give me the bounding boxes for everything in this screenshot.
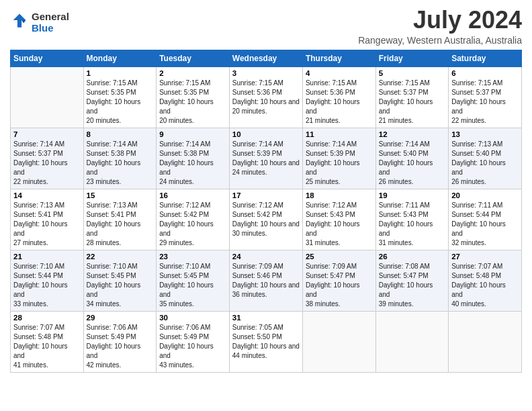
day-info: Sunrise: 7:14 AMSunset: 5:38 PMDaylight:… <box>87 140 154 187</box>
day-info: Sunrise: 7:13 AMSunset: 5:41 PMDaylight:… <box>87 201 154 248</box>
day-info: Sunrise: 7:12 AMSunset: 5:42 PMDaylight:… <box>232 201 300 238</box>
day-info: Sunrise: 7:15 AMSunset: 5:36 PMDaylight:… <box>306 79 373 126</box>
day-number: 30 <box>159 314 226 322</box>
day-info: Sunrise: 7:14 AMSunset: 5:40 PMDaylight:… <box>379 140 445 187</box>
calendar-cell <box>449 311 522 372</box>
calendar-cell: 21Sunrise: 7:10 AMSunset: 5:44 PMDayligh… <box>11 250 84 311</box>
day-info: Sunrise: 7:15 AMSunset: 5:35 PMDaylight:… <box>87 79 154 126</box>
calendar-cell: 15Sunrise: 7:13 AMSunset: 5:41 PMDayligh… <box>83 189 157 250</box>
day-number: 4 <box>306 69 373 77</box>
calendar-cell: 20Sunrise: 7:11 AMSunset: 5:44 PMDayligh… <box>449 189 522 250</box>
calendar-header-wednesday: Wednesday <box>229 50 302 66</box>
calendar-table: SundayMondayTuesdayWednesdayThursdayFrid… <box>10 50 522 373</box>
calendar-cell: 18Sunrise: 7:12 AMSunset: 5:43 PMDayligh… <box>302 189 375 250</box>
day-info: Sunrise: 7:10 AMSunset: 5:45 PMDaylight:… <box>87 262 154 309</box>
calendar-cell: 17Sunrise: 7:12 AMSunset: 5:42 PMDayligh… <box>229 189 302 250</box>
calendar-header-tuesday: Tuesday <box>157 50 230 66</box>
logo-text: General Blue <box>32 11 69 34</box>
day-number: 21 <box>13 253 81 261</box>
calendar-cell: 3Sunrise: 7:15 AMSunset: 5:36 PMDaylight… <box>229 66 302 128</box>
calendar-cell: 29Sunrise: 7:06 AMSunset: 5:49 PMDayligh… <box>83 311 157 372</box>
day-info: Sunrise: 7:13 AMSunset: 5:41 PMDaylight:… <box>13 201 81 248</box>
day-info: Sunrise: 7:06 AMSunset: 5:49 PMDaylight:… <box>87 323 154 370</box>
day-number: 16 <box>159 191 226 199</box>
day-number: 29 <box>87 314 154 322</box>
logo-general: General <box>32 11 69 22</box>
calendar-cell <box>11 66 84 128</box>
calendar-cell: 27Sunrise: 7:07 AMSunset: 5:48 PMDayligh… <box>449 250 522 311</box>
day-info: Sunrise: 7:05 AMSunset: 5:50 PMDaylight:… <box>232 323 300 361</box>
calendar-cell: 14Sunrise: 7:13 AMSunset: 5:41 PMDayligh… <box>11 189 84 250</box>
calendar-cell: 26Sunrise: 7:08 AMSunset: 5:47 PMDayligh… <box>375 250 448 311</box>
day-number: 31 <box>232 314 300 322</box>
day-number: 27 <box>451 253 519 261</box>
calendar-cell: 6Sunrise: 7:15 AMSunset: 5:37 PMDaylight… <box>449 66 522 128</box>
day-info: Sunrise: 7:07 AMSunset: 5:48 PMDaylight:… <box>13 323 81 370</box>
day-info: Sunrise: 7:15 AMSunset: 5:37 PMDaylight:… <box>379 79 445 126</box>
calendar-header-sunday: Sunday <box>11 50 84 66</box>
day-info: Sunrise: 7:10 AMSunset: 5:44 PMDaylight:… <box>13 262 81 309</box>
calendar-cell: 8Sunrise: 7:14 AMSunset: 5:38 PMDaylight… <box>83 128 157 189</box>
calendar-cell: 11Sunrise: 7:14 AMSunset: 5:39 PMDayligh… <box>302 128 375 189</box>
calendar-header-saturday: Saturday <box>449 50 522 66</box>
month-title: July 2024 <box>358 7 522 34</box>
calendar-week-1: 1Sunrise: 7:15 AMSunset: 5:35 PMDaylight… <box>11 66 522 128</box>
day-number: 1 <box>87 69 154 77</box>
day-info: Sunrise: 7:12 AMSunset: 5:42 PMDaylight:… <box>159 201 226 248</box>
calendar-cell <box>302 311 375 372</box>
day-number: 7 <box>13 130 81 138</box>
day-number: 13 <box>451 130 519 138</box>
day-number: 12 <box>379 130 445 138</box>
day-info: Sunrise: 7:14 AMSunset: 5:39 PMDaylight:… <box>232 140 300 177</box>
title-block: July 2024 Rangeway, Western Australia, A… <box>358 7 522 46</box>
day-number: 20 <box>451 191 519 199</box>
calendar-cell: 31Sunrise: 7:05 AMSunset: 5:50 PMDayligh… <box>229 311 302 372</box>
calendar-header-row: SundayMondayTuesdayWednesdayThursdayFrid… <box>11 50 522 66</box>
day-number: 10 <box>232 130 300 138</box>
location-text: Rangeway, Western Australia, Australia <box>358 35 522 46</box>
day-info: Sunrise: 7:11 AMSunset: 5:43 PMDaylight:… <box>379 201 445 248</box>
day-number: 19 <box>379 191 445 199</box>
day-number: 2 <box>159 69 226 77</box>
calendar-cell: 2Sunrise: 7:15 AMSunset: 5:35 PMDaylight… <box>157 66 230 128</box>
day-info: Sunrise: 7:09 AMSunset: 5:46 PMDaylight:… <box>232 262 300 300</box>
calendar-week-5: 28Sunrise: 7:07 AMSunset: 5:48 PMDayligh… <box>11 311 522 372</box>
day-info: Sunrise: 7:13 AMSunset: 5:40 PMDaylight:… <box>451 140 519 187</box>
calendar-cell: 25Sunrise: 7:09 AMSunset: 5:47 PMDayligh… <box>302 250 375 311</box>
calendar-header-monday: Monday <box>83 50 157 66</box>
calendar-cell: 28Sunrise: 7:07 AMSunset: 5:48 PMDayligh… <box>11 311 84 372</box>
day-info: Sunrise: 7:06 AMSunset: 5:49 PMDaylight:… <box>159 323 226 370</box>
day-number: 6 <box>451 69 519 77</box>
calendar-week-3: 14Sunrise: 7:13 AMSunset: 5:41 PMDayligh… <box>11 189 522 250</box>
day-info: Sunrise: 7:14 AMSunset: 5:39 PMDaylight:… <box>306 140 373 187</box>
svg-marker-1 <box>21 20 26 24</box>
logo-blue: Blue <box>32 22 54 34</box>
day-number: 9 <box>159 130 226 138</box>
calendar-cell: 23Sunrise: 7:10 AMSunset: 5:45 PMDayligh… <box>157 250 230 311</box>
day-number: 25 <box>306 253 373 261</box>
calendar-cell: 5Sunrise: 7:15 AMSunset: 5:37 PMDaylight… <box>375 66 448 128</box>
calendar-cell <box>375 311 448 372</box>
page-header: General Blue July 2024 Rangeway, Western… <box>10 7 522 46</box>
day-number: 5 <box>379 69 445 77</box>
day-number: 11 <box>306 130 373 138</box>
day-info: Sunrise: 7:14 AMSunset: 5:38 PMDaylight:… <box>159 140 226 187</box>
calendar-week-2: 7Sunrise: 7:14 AMSunset: 5:37 PMDaylight… <box>11 128 522 189</box>
day-number: 8 <box>87 130 154 138</box>
day-number: 26 <box>379 253 445 261</box>
day-number: 3 <box>232 69 300 77</box>
day-number: 17 <box>232 191 300 199</box>
day-number: 15 <box>87 191 154 199</box>
day-info: Sunrise: 7:15 AMSunset: 5:36 PMDaylight:… <box>232 79 300 116</box>
day-number: 14 <box>13 191 81 199</box>
calendar-cell: 13Sunrise: 7:13 AMSunset: 5:40 PMDayligh… <box>449 128 522 189</box>
day-info: Sunrise: 7:10 AMSunset: 5:45 PMDaylight:… <box>159 262 226 309</box>
calendar-header-thursday: Thursday <box>302 50 375 66</box>
logo: General Blue <box>10 11 69 34</box>
calendar-cell: 16Sunrise: 7:12 AMSunset: 5:42 PMDayligh… <box>157 189 230 250</box>
calendar-cell: 19Sunrise: 7:11 AMSunset: 5:43 PMDayligh… <box>375 189 448 250</box>
day-info: Sunrise: 7:12 AMSunset: 5:43 PMDaylight:… <box>306 201 373 248</box>
day-number: 22 <box>87 253 154 261</box>
day-info: Sunrise: 7:11 AMSunset: 5:44 PMDaylight:… <box>451 201 519 248</box>
day-info: Sunrise: 7:07 AMSunset: 5:48 PMDaylight:… <box>451 262 519 309</box>
